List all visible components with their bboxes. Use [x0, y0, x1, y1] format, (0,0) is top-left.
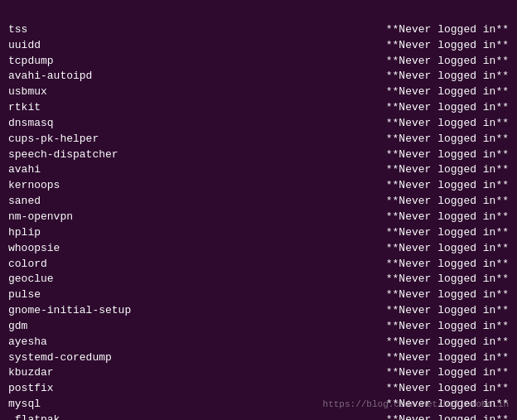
- status-cell: **Never logged in**: [386, 178, 509, 194]
- status-cell: **Never logged in**: [386, 335, 509, 350]
- status-cell: **Never logged in**: [386, 225, 509, 241]
- username-cell: whoopsie: [8, 241, 157, 257]
- table-row: systemd-coredump**Never logged in**: [8, 350, 509, 366]
- username-cell: nm-openvpn: [8, 210, 157, 225]
- status-cell: **Never logged in**: [386, 287, 509, 303]
- username-cell: systemd-coredump: [8, 350, 157, 366]
- table-row: colord**Never logged in**: [8, 257, 509, 273]
- status-cell: **Never logged in**: [386, 350, 509, 366]
- table-row: cups-pk-helper**Never logged in**: [8, 132, 509, 147]
- username-cell: rtkit: [8, 100, 157, 116]
- table-row: gnome-initial-setup **Never logged in**: [8, 303, 509, 319]
- table-row: kernoops**Never logged in**: [8, 178, 509, 194]
- table-row: whoopsie**Never logged in**: [8, 241, 509, 257]
- status-cell: **Never logged in**: [386, 241, 509, 257]
- username-cell: kbuzdar: [8, 365, 157, 381]
- username-cell: saned: [8, 194, 157, 210]
- status-cell: **Never logged in**: [386, 132, 509, 147]
- status-cell: **Never logged in**: [386, 38, 509, 54]
- table-row: geoclue**Never logged in**: [8, 272, 509, 287]
- username-cell: postfix: [8, 381, 157, 397]
- table-row: pulse**Never logged in**: [8, 287, 509, 303]
- username-cell: tcpdump: [8, 54, 157, 70]
- table-row: avahi-autoipd**Never logged in**: [8, 69, 509, 84]
- username-cell: colord: [8, 257, 157, 273]
- table-row: saned**Never logged in**: [8, 194, 509, 210]
- status-cell: **Never logged in**: [354, 303, 509, 319]
- table-row: nm-openvpn**Never logged in**: [8, 210, 509, 225]
- username-cell: ayesha: [8, 335, 157, 350]
- status-cell: **Never logged in**: [386, 257, 509, 273]
- status-cell: **Never logged in**: [386, 319, 509, 335]
- username-cell: cups-pk-helper: [8, 132, 157, 147]
- table-row: tss**Never logged in**: [8, 22, 509, 38]
- table-row: ayesha**Never logged in**: [8, 335, 509, 350]
- status-cell: **Never logged in**: [386, 100, 509, 116]
- status-cell: **Never logged in**: [386, 162, 509, 178]
- username-cell: pulse: [8, 287, 157, 303]
- table-row: dnsmasq**Never logged in**: [8, 116, 509, 132]
- table-row: avahi**Never logged in**: [8, 162, 509, 178]
- table-row: gdm**Never logged in**: [8, 319, 509, 335]
- status-cell: **Never logged in**: [379, 147, 509, 163]
- username-cell: mysql: [8, 397, 157, 413]
- username-cell: uuidd: [8, 38, 157, 54]
- username-cell: speech-dispatcher: [8, 147, 157, 163]
- status-cell: **Never logged in**: [386, 210, 509, 225]
- username-cell: usbmux: [8, 84, 157, 100]
- table-row: tcpdump**Never logged in**: [8, 54, 509, 70]
- username-cell: gdm: [8, 319, 157, 335]
- status-cell: **Never logged in**: [386, 84, 509, 100]
- username-cell: hplip: [8, 225, 157, 241]
- table-row: speech-dispatcher **Never logged in**: [8, 147, 509, 163]
- status-cell: **Never logged in**: [386, 381, 509, 397]
- table-row: hplip**Never logged in**: [8, 225, 509, 241]
- status-cell: **Never logged in**: [386, 413, 509, 420]
- status-cell: **Never logged in**: [386, 194, 509, 210]
- table-row: usbmux**Never logged in**: [8, 84, 509, 100]
- username-cell: geoclue: [8, 272, 157, 287]
- table-row: _flatpak**Never logged in**: [8, 413, 509, 420]
- watermark: https://blog.csdn.net/hello/oMcLin: [323, 398, 509, 412]
- status-cell: **Never logged in**: [386, 116, 509, 132]
- status-cell: **Never logged in**: [386, 69, 509, 84]
- username-cell: dnsmasq: [8, 116, 157, 132]
- username-cell: _flatpak: [8, 413, 157, 420]
- table-row: rtkit**Never logged in**: [8, 100, 509, 116]
- table-row: kbuzdar**Never logged in**: [8, 365, 509, 381]
- table-row: postfix**Never logged in**: [8, 381, 509, 397]
- username-cell: avahi-autoipd: [8, 69, 157, 84]
- username-cell: gnome-initial-setup: [8, 303, 157, 319]
- username-cell: tss: [8, 22, 157, 38]
- username-cell: avahi: [8, 162, 157, 178]
- table-row: uuidd**Never logged in**: [8, 38, 509, 54]
- username-cell: kernoops: [8, 178, 157, 194]
- status-cell: **Never logged in**: [386, 365, 509, 381]
- terminal-output: tss**Never logged in**uuidd**Never logge…: [8, 7, 509, 420]
- status-cell: **Never logged in**: [386, 272, 509, 287]
- status-cell: **Never logged in**: [386, 54, 509, 70]
- status-cell: **Never logged in**: [386, 22, 509, 38]
